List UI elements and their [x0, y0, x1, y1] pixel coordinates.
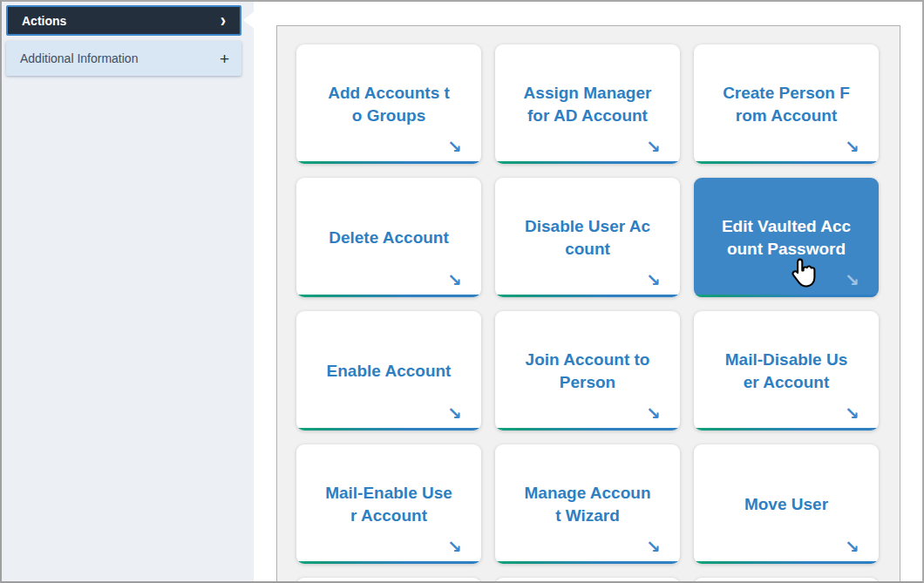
action-card-label: Create Person F rom Account — [723, 82, 850, 125]
chevron-right-icon: › — [221, 11, 226, 31]
action-card-label: Delete Account — [329, 227, 449, 248]
action-card-label: Enable Account — [327, 360, 452, 382]
diagonal-arrow-icon: ↘ — [646, 271, 661, 288]
action-card-label: Mail-Disable Us er Account — [725, 349, 847, 392]
diagonal-arrow-icon: ↘ — [845, 271, 859, 288]
diagonal-arrow-icon: ↘ — [646, 138, 661, 155]
diagonal-arrow-icon: ↘ — [447, 404, 462, 422]
action-card-mail-enable-user-account[interactable]: Mail-Enable Use r Account ↘ — [296, 444, 481, 564]
action-card-move-user[interactable]: Move User ↘ — [694, 444, 879, 564]
action-card-label: Disable User Ac count — [525, 215, 650, 259]
action-card-enable-account[interactable]: Enable Account ↘ — [296, 311, 481, 430]
plus-icon: + — [220, 51, 229, 67]
action-card-label: Add Accounts t o Groups — [328, 82, 450, 125]
action-card-label: Assign Manager for AD Account — [524, 82, 652, 125]
actions-grid: Add Accounts t o Groups ↘ Assign Manager… — [296, 44, 879, 583]
action-card-delete-account[interactable]: Delete Account ↘ — [296, 178, 481, 297]
actions-flyout-panel: Add Accounts t o Groups ↘ Assign Manager… — [276, 25, 900, 583]
action-card-edit-vaulted-account-password[interactable]: Edit Vaulted Acc ount Password ↘ — [694, 178, 879, 297]
action-card-join-account-to-person[interactable]: Join Account to Person ↘ — [495, 311, 680, 430]
diagonal-arrow-icon: ↘ — [845, 538, 859, 555]
sidebar-item-actions[interactable]: Actions › — [6, 5, 241, 36]
action-card-label: Join Account to Person — [526, 349, 650, 392]
action-card-partial[interactable] — [694, 578, 879, 583]
flyout-caret — [243, 10, 255, 30]
action-card-create-person-from-account[interactable]: Create Person F rom Account ↘ — [694, 44, 879, 164]
diagonal-arrow-icon: ↘ — [646, 538, 661, 555]
diagonal-arrow-icon: ↘ — [845, 138, 859, 155]
action-card-assign-manager-for-ad-account[interactable]: Assign Manager for AD Account ↘ — [495, 44, 680, 164]
action-card-manage-account-wizard[interactable]: Manage Accoun t Wizard ↘ — [495, 444, 680, 564]
action-card-add-accounts-to-groups[interactable]: Add Accounts t o Groups ↘ — [296, 44, 481, 164]
sidebar: Actions › Additional Information + — [2, 2, 254, 581]
diagonal-arrow-icon: ↘ — [447, 271, 462, 288]
action-card-mail-disable-user-account[interactable]: Mail-Disable Us er Account ↘ — [694, 311, 879, 430]
action-card-label: Manage Accoun t Wizard — [525, 482, 651, 525]
diagonal-arrow-icon: ↘ — [447, 538, 462, 555]
diagonal-arrow-icon: ↘ — [447, 138, 462, 155]
action-card-disable-user-account[interactable]: Disable User Ac count ↘ — [495, 178, 680, 297]
action-card-partial[interactable] — [495, 578, 680, 583]
sidebar-item-additional-information-label: Additional Information — [20, 51, 138, 65]
action-card-partial[interactable] — [296, 578, 481, 583]
diagonal-arrow-icon: ↘ — [646, 404, 661, 422]
sidebar-item-actions-label: Actions — [22, 14, 66, 28]
action-card-label: Move User — [744, 493, 828, 515]
diagonal-arrow-icon: ↘ — [845, 404, 859, 422]
sidebar-item-additional-information[interactable]: Additional Information + — [6, 41, 241, 76]
action-card-label: Mail-Enable Use r Account — [325, 482, 452, 525]
action-card-label: Edit Vaulted Acc ount Password — [722, 215, 851, 259]
